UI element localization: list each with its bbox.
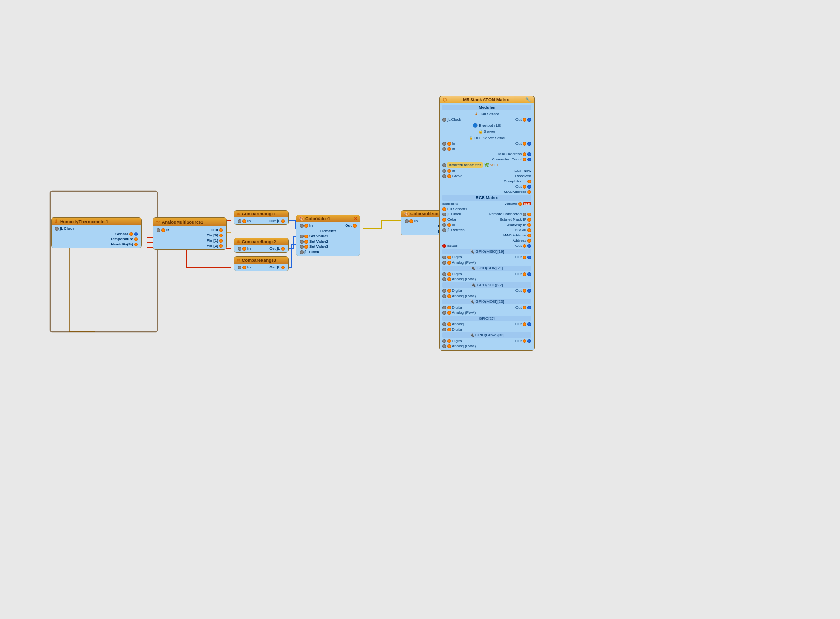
cv-out-port[interactable] <box>353 224 357 228</box>
a25-out-port[interactable] <box>523 322 526 326</box>
cr3-in-port2[interactable] <box>242 266 246 269</box>
a23-left-port[interactable] <box>442 311 446 315</box>
wifi-clock-port[interactable] <box>442 213 446 216</box>
d33-out-port[interactable] <box>523 339 526 343</box>
a22-left-port[interactable] <box>442 294 446 298</box>
d21-out-port2[interactable] <box>527 272 531 276</box>
m5-out1-port[interactable] <box>523 142 526 146</box>
d33-left-port2[interactable] <box>447 339 451 343</box>
grove-port[interactable] <box>442 174 446 178</box>
d23-out-port[interactable] <box>523 306 526 310</box>
cr1-in-port2[interactable] <box>242 219 246 223</box>
d21-out-port[interactable] <box>523 272 526 276</box>
d19-left-port[interactable] <box>442 256 446 259</box>
button-out-port[interactable] <box>523 244 526 248</box>
pin0-port[interactable] <box>219 234 223 237</box>
a19-left-port[interactable] <box>442 261 446 265</box>
in-wifi-port2[interactable] <box>447 223 451 227</box>
gateway-port[interactable] <box>527 223 531 227</box>
sensor-port-right[interactable] <box>129 232 133 236</box>
sv2-port2[interactable] <box>304 240 308 244</box>
a19-left-port2[interactable] <box>447 261 451 265</box>
color-port[interactable] <box>442 218 446 222</box>
sensor-port-right2[interactable] <box>134 232 138 236</box>
d19-left-port2[interactable] <box>447 256 451 259</box>
cv-clock-port[interactable] <box>300 250 304 254</box>
a33-left-port2[interactable] <box>447 344 451 348</box>
m5-in2-port[interactable] <box>442 147 446 151</box>
d22-left-port[interactable] <box>442 289 446 293</box>
sv1-port2[interactable] <box>304 235 308 238</box>
humidity-thermometer-node[interactable]: 🌡 HumidityThermometer1 ∫L Clock Sensor <box>51 217 142 248</box>
refresh-port-left[interactable] <box>442 228 446 232</box>
d21-left-port[interactable] <box>442 272 446 276</box>
cr2-in-port[interactable] <box>238 247 242 251</box>
button-out-port2[interactable] <box>527 244 531 248</box>
cc-port2[interactable] <box>527 158 531 161</box>
analog-in-port2[interactable] <box>161 228 165 232</box>
cv-in-port2[interactable] <box>304 224 308 228</box>
m5-clock-out-port2[interactable] <box>527 118 531 122</box>
mac-port[interactable] <box>523 152 526 156</box>
a22-left-port2[interactable] <box>447 294 451 298</box>
version-port[interactable] <box>518 202 522 206</box>
subnet-port[interactable] <box>527 218 531 222</box>
d22-left-port2[interactable] <box>447 289 451 293</box>
mac-ir-port[interactable] <box>527 190 531 194</box>
cr2-out-port[interactable] <box>281 247 285 251</box>
ir-port-left[interactable] <box>442 163 446 167</box>
out-ir-port2[interactable] <box>527 185 531 189</box>
remote-port[interactable] <box>523 213 526 216</box>
m5-clock-port-left[interactable] <box>442 118 446 122</box>
d33-out-port2[interactable] <box>527 339 531 343</box>
cm-in-port2[interactable] <box>410 219 413 223</box>
remote-port2[interactable] <box>527 213 531 216</box>
a23-left-port2[interactable] <box>447 311 451 315</box>
d21-left-port2[interactable] <box>447 272 451 276</box>
out-ir-port[interactable] <box>523 185 526 189</box>
d23-left-port[interactable] <box>442 306 446 310</box>
clock-port-left[interactable] <box>55 227 59 231</box>
d22-out-port2[interactable] <box>527 289 531 293</box>
pin2-port[interactable] <box>219 244 223 248</box>
temp-port-right[interactable] <box>134 237 138 241</box>
d19-out-port2[interactable] <box>527 256 531 259</box>
m5-clock-out-port[interactable] <box>523 118 526 122</box>
m5-out1-port2[interactable] <box>527 142 531 146</box>
a25-out-port2[interactable] <box>527 322 531 326</box>
sv1-port[interactable] <box>300 235 304 238</box>
compare-range2-node[interactable]: ≋ CompareRange2 In Out ∫L <box>234 238 289 253</box>
compare-range3-node[interactable]: ≋ CompareRange3 In Out ∫L <box>234 256 289 271</box>
grove-port2[interactable] <box>447 174 451 178</box>
d19-out-port[interactable] <box>523 256 526 259</box>
in-ir-port[interactable] <box>442 169 446 173</box>
cr2-in-port2[interactable] <box>242 247 246 251</box>
m5-in2-port2[interactable] <box>447 147 451 151</box>
pin1-port[interactable] <box>219 239 223 243</box>
analog-in-port[interactable] <box>157 228 160 232</box>
sv3-port2[interactable] <box>304 245 308 249</box>
cr1-out-port[interactable] <box>281 219 285 223</box>
d25-left-port2[interactable] <box>447 328 451 331</box>
analog-multi-source-node[interactable]: 〜 AnalogMultiSource1 In Out Pin [0] <box>153 217 227 250</box>
a25-left-port[interactable] <box>442 322 446 326</box>
d23-out-port2[interactable] <box>527 306 531 310</box>
sv2-port[interactable] <box>300 240 304 244</box>
fill-port[interactable] <box>442 207 446 211</box>
cr1-in-port[interactable] <box>238 219 242 223</box>
cc-port[interactable] <box>523 158 526 161</box>
a21-left-port[interactable] <box>442 277 446 281</box>
in-wifi-port[interactable] <box>442 223 446 227</box>
mac-port2[interactable] <box>527 152 531 156</box>
in-ir-port2[interactable] <box>447 169 451 173</box>
a21-left-port2[interactable] <box>447 277 451 281</box>
d33-left-port[interactable] <box>442 339 446 343</box>
sv3-port[interactable] <box>300 245 304 249</box>
compare-range1-node[interactable]: ≋ CompareRange1 In Out ∫L <box>234 210 289 225</box>
a25-left-port2[interactable] <box>447 322 451 326</box>
color-value-node[interactable]: 🎨 ColorValue1 ✕ In Out Elements <box>296 215 360 256</box>
analog-out-port[interactable] <box>219 228 223 232</box>
address-port[interactable] <box>527 239 531 243</box>
cv-in-port[interactable] <box>300 224 304 228</box>
completed-port[interactable] <box>527 180 531 183</box>
